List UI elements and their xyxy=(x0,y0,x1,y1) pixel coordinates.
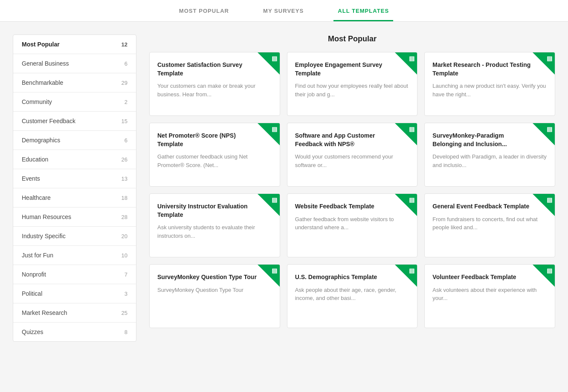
card-title: Net Promoter® Score (NPS) Template xyxy=(157,132,272,148)
card-title: Customer Satisfaction Survey Template xyxy=(157,61,272,78)
sidebar: Most Popular12General Business6Benchmark… xyxy=(13,35,136,342)
card-title: Software and App Customer Feedback with … xyxy=(295,132,410,148)
badge-chart-icon: ▤ xyxy=(409,267,414,274)
template-card[interactable]: ▤General Event Feedback TemplateFrom fun… xyxy=(424,193,555,257)
main-layout: Most Popular12General Business6Benchmark… xyxy=(0,22,568,355)
badge-chart-icon: ▤ xyxy=(409,196,414,203)
card-desc: Ask people about their age, race, gender… xyxy=(295,286,410,303)
sidebar-item-count: 15 xyxy=(122,118,128,124)
card-title: SurveyMonkey Question Type Tour xyxy=(157,273,272,282)
sidebar-item-label: General Business xyxy=(22,60,69,67)
section-title: Most Popular xyxy=(149,35,555,43)
card-badge: ▤ xyxy=(533,52,555,75)
badge-chart-icon: ▤ xyxy=(272,267,277,274)
badge-chart-icon: ▤ xyxy=(272,126,277,133)
card-title: Market Research - Product Testing Templa… xyxy=(432,61,547,78)
sidebar-item-nonprofit[interactable]: Nonprofit7 xyxy=(13,265,136,284)
sidebar-item-label: Education xyxy=(22,156,48,163)
card-title: University Instructor Evaluation Templat… xyxy=(157,202,272,219)
card-desc: Developed with Paradigm, a leader in div… xyxy=(432,153,547,169)
card-badge: ▤ xyxy=(258,194,280,216)
sidebar-item-count: 10 xyxy=(122,252,128,259)
card-badge: ▤ xyxy=(533,123,555,145)
sidebar-item-label: Market Research xyxy=(22,309,67,316)
sidebar-item-label: Human Resources xyxy=(22,213,71,220)
sidebar-item-human-resources[interactable]: Human Resources28 xyxy=(13,208,136,227)
card-desc: Your customers can make or break your bu… xyxy=(157,82,272,98)
template-card[interactable]: ▤Net Promoter® Score (NPS) TemplateGathe… xyxy=(149,123,280,187)
template-card[interactable]: ▤Volunteer Feedback TemplateAsk voluntee… xyxy=(424,264,555,328)
sidebar-item-count: 7 xyxy=(125,271,128,278)
card-desc: Ask volunteers about their experience wi… xyxy=(432,286,547,303)
card-desc: Would your customers recommend your soft… xyxy=(295,153,410,169)
sidebar-item-label: Quizzes xyxy=(22,329,43,335)
card-desc: Gather feedback from website visitors to… xyxy=(295,215,410,232)
sidebar-item-count: 2 xyxy=(125,99,128,105)
template-card[interactable]: ▤SurveyMonkey Question Type TourSurveyMo… xyxy=(149,264,280,328)
sidebar-item-label: Demographics xyxy=(22,137,60,144)
tab-my-surveys[interactable]: MY SURVEYS xyxy=(259,0,308,21)
sidebar-item-label: Benchmarkable xyxy=(22,79,63,86)
sidebar-item-label: Customer Feedback xyxy=(22,118,75,124)
tab-most-popular[interactable]: MOST POPULAR xyxy=(175,0,233,21)
card-title: Volunteer Feedback Template xyxy=(432,273,547,282)
template-grid: ▤Customer Satisfaction Survey TemplateYo… xyxy=(149,52,555,328)
badge-chart-icon: ▤ xyxy=(547,126,552,133)
card-desc: Gather customer feedback using Net Promo… xyxy=(157,153,272,169)
sidebar-item-label: Healthcare xyxy=(22,194,51,201)
sidebar-item-community[interactable]: Community2 xyxy=(13,92,136,112)
card-desc: Find out how your employees really feel … xyxy=(295,82,410,98)
sidebar-item-count: 28 xyxy=(122,214,128,220)
sidebar-item-count: 8 xyxy=(125,329,128,335)
tab-all-templates[interactable]: ALL TEMPLATES xyxy=(333,0,393,21)
card-desc: Launching a new product isn't easy. Veri… xyxy=(432,82,547,98)
template-card[interactable]: ▤Market Research - Product Testing Templ… xyxy=(424,52,555,116)
sidebar-item-healthcare[interactable]: Healthcare18 xyxy=(13,188,136,208)
badge-chart-icon: ▤ xyxy=(547,267,552,274)
card-badge: ▤ xyxy=(258,123,280,145)
card-title: General Event Feedback Template xyxy=(432,202,547,211)
sidebar-item-education[interactable]: Education26 xyxy=(13,150,136,169)
sidebar-item-just-for-fun[interactable]: Just for Fun10 xyxy=(13,246,136,265)
template-card[interactable]: ▤Software and App Customer Feedback with… xyxy=(287,123,418,187)
sidebar-item-demographics[interactable]: Demographics6 xyxy=(13,131,136,150)
badge-chart-icon: ▤ xyxy=(409,126,414,133)
sidebar-item-label: Political xyxy=(22,290,42,297)
sidebar-item-count: 26 xyxy=(122,156,128,163)
card-title: U.S. Demographics Template xyxy=(295,273,410,282)
card-desc: Ask university students to evaluate thei… xyxy=(157,223,272,240)
template-card[interactable]: ▤Employee Engagement Survey TemplateFind… xyxy=(287,52,418,116)
sidebar-item-quizzes[interactable]: Quizzes8 xyxy=(13,323,136,341)
sidebar-item-count: 6 xyxy=(125,61,128,67)
sidebar-item-count: 25 xyxy=(122,310,128,316)
template-card[interactable]: ▤University Instructor Evaluation Templa… xyxy=(149,193,280,257)
sidebar-item-events[interactable]: Events13 xyxy=(13,169,136,188)
card-title: Website Feedback Template xyxy=(295,202,410,211)
sidebar-item-label: Nonprofit xyxy=(22,271,46,278)
template-card[interactable]: ▤SurveyMonkey-Paradigm Belonging and Inc… xyxy=(424,123,555,187)
badge-chart-icon: ▤ xyxy=(272,196,277,203)
sidebar-item-political[interactable]: Political3 xyxy=(13,284,136,303)
card-title: Employee Engagement Survey Template xyxy=(295,61,410,78)
sidebar-item-most-popular[interactable]: Most Popular12 xyxy=(13,35,136,54)
sidebar-item-benchmarkable[interactable]: Benchmarkable29 xyxy=(13,73,136,92)
sidebar-item-general-business[interactable]: General Business6 xyxy=(13,54,136,73)
template-card[interactable]: ▤Customer Satisfaction Survey TemplateYo… xyxy=(149,52,280,116)
card-badge: ▤ xyxy=(533,265,555,287)
sidebar-item-count: 13 xyxy=(122,176,128,182)
sidebar-item-count: 6 xyxy=(125,137,128,144)
card-desc: SurveyMonkey Question Type Tour xyxy=(157,286,272,294)
card-desc: From fundraisers to concerts, find out w… xyxy=(432,215,547,232)
badge-chart-icon: ▤ xyxy=(272,55,277,62)
card-title: SurveyMonkey-Paradigm Belonging and Incl… xyxy=(432,132,547,148)
sidebar-item-label: Most Popular xyxy=(22,41,60,48)
sidebar-item-label: Community xyxy=(22,98,52,105)
card-badge: ▤ xyxy=(395,265,417,287)
template-card[interactable]: ▤Website Feedback TemplateGather feedbac… xyxy=(287,193,418,257)
sidebar-item-market-research[interactable]: Market Research25 xyxy=(13,303,136,323)
sidebar-item-industry-specific[interactable]: Industry Specific20 xyxy=(13,227,136,246)
sidebar-item-customer-feedback[interactable]: Customer Feedback15 xyxy=(13,112,136,131)
template-card[interactable]: ▤U.S. Demographics TemplateAsk people ab… xyxy=(287,264,418,328)
card-badge: ▤ xyxy=(395,52,417,75)
content-area: Most Popular ▤Customer Satisfaction Surv… xyxy=(149,35,555,342)
